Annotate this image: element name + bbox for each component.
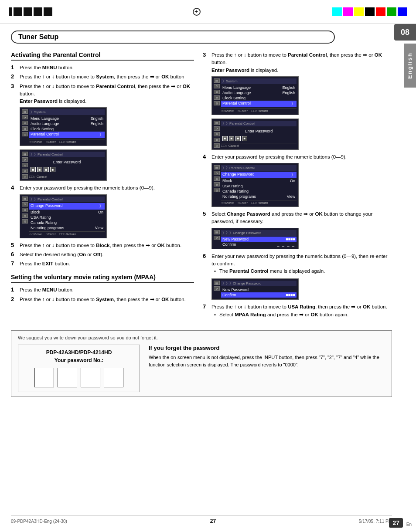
r-screen-icon-3c: ⊕	[214, 176, 220, 181]
step-4: 4 Enter your password by pressing the nu…	[11, 184, 194, 192]
screen-row-parental: Parental Control》	[29, 132, 105, 138]
step-text-4: Enter your password by pressing the nume…	[20, 184, 155, 192]
r-screen-icons-4: ▤ ⟳	[214, 230, 220, 247]
screen-icon-3: ⊕	[22, 121, 28, 125]
swatch-black	[365, 7, 375, 16]
step2-num-1: 1	[11, 286, 17, 293]
step-text-1: Press the MENU button.	[20, 64, 74, 71]
r-step-content-7: Press the ↑ or ↓ button to move to USA R…	[211, 303, 387, 320]
r-step-num-3: 3	[203, 51, 209, 58]
note-box: We suggest you write down your password …	[11, 330, 392, 397]
main-content: Tuner Setup Activating the Parental Cont…	[0, 24, 416, 403]
en-label: En	[406, 522, 412, 527]
screen-footer-1: ○○Move○Enter□□○Return	[29, 139, 105, 144]
r-screen-icon-3d: ⊗	[214, 182, 220, 186]
r-bullet-6: The Parental Control menu is displayed a…	[211, 268, 392, 275]
left-column: Activating the Parental Control 1 Press …	[11, 51, 194, 322]
step2-num-2: 2	[11, 296, 17, 302]
step2-text-1: Press the MENU button.	[20, 286, 74, 294]
forget-section: If you forget the password When the on-s…	[149, 345, 385, 392]
r-screen-footer-2: □□○ Cancel	[221, 143, 297, 148]
page-badge: 08	[394, 24, 416, 41]
screen-icon-2b: ⟳	[22, 157, 28, 162]
r-screen-icon-3b: ⟳	[214, 171, 220, 175]
screen-icon-5: ◎	[22, 132, 28, 136]
r-screen-row-newpwd2: New Password	[221, 287, 297, 292]
screen-title-1: 》System	[29, 109, 105, 115]
pwd-large-1	[34, 368, 54, 387]
screen-icon-3e: ◎	[22, 219, 28, 224]
screen-parental-right: ▤ ⟳ ⊕ ⊗ ◎ 》》Parental Control Change Pass…	[211, 163, 299, 207]
r-screen-row-confirm2: Confirm■■■■	[221, 292, 297, 298]
r-screen-panel-3: ▤ ⟳ ⊕ ⊗ ◎ 》》Parental Control Change Pass…	[214, 165, 297, 205]
black-bars	[9, 7, 52, 16]
screen-row-norating: No rating programsView	[29, 225, 105, 230]
screen-icon-1: ▤	[22, 109, 28, 114]
r-password-boxes: ■ ■ ■ ■	[221, 135, 297, 142]
r-screen-title-4: 》》》Change Password	[221, 230, 297, 236]
screen-password-right: ▤ ⟳ ⊕ ⊗ ◎ 》》Parental Control Enter Passw…	[211, 119, 299, 150]
step-3: 3 Press the ↑ or ↓ button to move to Par…	[11, 83, 194, 105]
r-screen-icon-1d: ⊗	[214, 95, 220, 100]
r-screen-row-newpwd: New Password■■■■	[221, 237, 297, 242]
registration-mark	[193, 8, 201, 16]
screen-icon-3c: ⊕	[22, 208, 28, 212]
swatch-yellow	[354, 7, 364, 16]
right-column: 3 Press the ↑ or ↓ button to move to Par…	[203, 51, 392, 322]
r-screen-icon-1a: ▤	[214, 78, 220, 83]
r-step-6: 6 Enter your new password by pressing th…	[203, 253, 392, 277]
r-screen-row-norating: No rating programsView	[221, 194, 297, 199]
r-pwd-box-2: ■	[229, 136, 234, 141]
swatch-cyan	[332, 7, 342, 16]
screen-password-left: ▤ ⟳ ⊕ ⊗ ◎ 》》Parental Control Enter Passw…	[20, 149, 107, 181]
black-bar-4	[34, 7, 42, 16]
r-screen-row-audio: Audio LanguageEnglish	[221, 90, 297, 95]
r-step-num-6: 6	[203, 253, 209, 259]
r-screen-row-changepwd: Change Password》	[221, 172, 297, 178]
screen-icon-3d: ⊗	[22, 213, 28, 218]
password-boxes-large	[25, 368, 133, 387]
r-pwd-box-4: ■	[242, 136, 247, 141]
screen-icon-2a: ▤	[22, 152, 28, 156]
subsection-title-parental: Activating the Parental Control	[11, 51, 194, 61]
pwd-box-2: ■	[37, 167, 42, 172]
password-model: PDP-42A3HD/PDP-4214HD	[25, 349, 133, 356]
screen-icons-2: ▤ ⟳ ⊕ ⊗ ◎	[22, 152, 28, 179]
r-step-text-3: Press the ↑ or ↓ button to move to Paren…	[211, 51, 392, 74]
bottom-page-num: 27	[389, 518, 403, 528]
screen-icons-3: ▤ ⟳ ⊕ ⊗ ◎	[22, 197, 28, 236]
r-bullet-7: Select MPAA Rating and press the ➡ or OK…	[211, 311, 387, 319]
swatch-blue	[398, 7, 407, 16]
screen-icon-3b: ⟳	[22, 202, 28, 207]
screen-footer-2: □□○ Cancel	[29, 174, 105, 179]
r-screen-icons-3: ▤ ⟳ ⊕ ⊗ ◎	[214, 165, 220, 205]
black-bar-5	[44, 7, 52, 16]
screen-system-right: ▤ ⟳ ⊕ ⊗ ◎ 》System Menu LanguageEnglish A…	[211, 76, 299, 115]
r-step-text-5: Select Change Password and press the ➡ o…	[211, 210, 392, 226]
r-screen-icon-2a: ▤	[214, 121, 220, 125]
step2-1: 1 Press the MENU button.	[11, 286, 194, 294]
center-target	[61, 8, 332, 16]
r-step-content-6: Enter your new password by pressing the …	[211, 253, 392, 277]
screen-icon-2e: ◎	[22, 174, 28, 179]
pwd-large-4	[104, 368, 123, 387]
step-text-5: Press the ↑ or ↓ button to move to Block…	[20, 242, 181, 249]
screen-title-2: 》》Parental Control	[29, 152, 105, 157]
subsection-title-mpaa: Setting the voluntary movie rating syste…	[11, 274, 194, 283]
note-text: We suggest you write down your password …	[18, 335, 385, 340]
screen-footer-3: ○○Move○Enter□□○Return	[29, 231, 105, 236]
screen-parental-left: ▤ ⟳ ⊕ ⊗ ◎ 》》Parental Control Change Pass…	[20, 194, 107, 238]
r-pwd-box-1: ■	[222, 136, 228, 141]
step-text-6: Select the desired setting (On or Off).	[20, 251, 103, 258]
screen-system-left: ▤ ⟳ ⊕ ⊗ ◎ 》System Menu LanguageEnglish A…	[20, 107, 107, 146]
r-screen-row-confirm: Confirm_ _ _ _	[221, 242, 297, 247]
screen-row-audio-lang: Audio LanguageEnglish	[29, 121, 105, 126]
r-screen-icon-3a: ▤	[214, 165, 220, 169]
footer-left: 09-PDP42A3HD-Eng (24-30)	[11, 519, 67, 524]
password-boxes-left: ■ ■ ■ ■	[29, 166, 105, 173]
r-step-num-5: 5	[203, 210, 209, 217]
forget-title: If you forget the password	[149, 345, 385, 351]
r-step-num-4: 4	[203, 153, 209, 160]
pwd-box-1: ■	[31, 167, 36, 172]
r-screen-footer-1: ○○Move○Enter□□○Return	[221, 108, 297, 113]
